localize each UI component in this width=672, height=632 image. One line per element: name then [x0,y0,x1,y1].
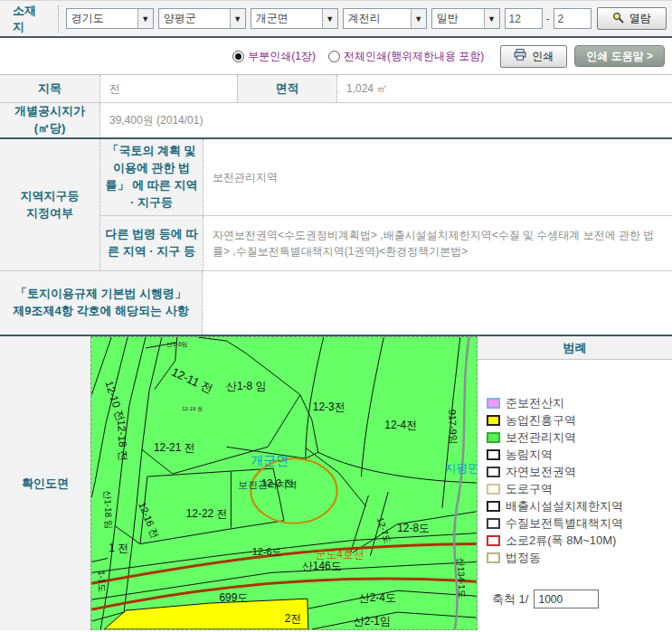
legend-swatch [487,518,500,529]
zone-header-line1: 지역지구등 [21,188,80,205]
national-law-value: 보전관리지역 [203,139,672,215]
map-parcel-label: 12-16 전 [137,501,161,540]
jimok-value: 전 [99,75,237,102]
map-parcel-label: 12-6도 [252,546,282,557]
price-header: 개별공시지가 (㎡당) [0,103,99,137]
enforcement-value [202,271,672,335]
map-parcel-label: 917-9임 [447,410,459,445]
map-yellow-zone [104,599,308,629]
chevron-down-icon[interactable]: ▼ [484,9,499,28]
legend-swatch [487,535,500,546]
printer-icon [514,49,526,63]
legend-label: 소로2류(폭 8M~10M) [506,533,616,549]
chevron-down-icon[interactable]: ▼ [230,9,245,28]
print-help-button[interactable]: 인쇄 도움말 > [574,45,665,67]
jibun-sub-input[interactable] [554,8,592,29]
chevron-down-icon[interactable]: ▼ [411,9,426,28]
table-row-zones: 지역지구등 지정여부 「국토의 계획 및 이용에 관한 법률」 에 따른 지역 … [0,139,672,271]
radio-unchecked-icon[interactable] [328,51,340,62]
map-parcel-label: 12-4전 [384,419,417,431]
land-type-select[interactable]: 일반 ▼ [431,8,500,29]
legend-item: 보전관리지역 [487,429,672,446]
eupmyeon-select[interactable]: 개군면 ▼ [251,8,338,29]
full-print-radio[interactable]: 전체인쇄(행위제한내용 포함) [328,49,484,64]
price-value: 39,400원 (2014/01) [99,103,672,137]
sigungu-value: 양평군 [164,11,196,26]
jibun-main-input[interactable] [505,8,543,29]
legend-item: 법정동 [487,549,672,566]
area-header: 면적 [237,75,336,102]
ri-select[interactable]: 계전리 ▼ [343,8,427,29]
land-type-value: 일반 [437,11,459,26]
location-search-bar: 소재지 경기도 ▼ 양평군 ▼ 개군면 ▼ 계전리 ▼ 일반 ▼ - [0,0,672,38]
map-parcel-label: 12-8도 [397,522,430,534]
print-option-bar: 부분인쇄(1장) 전체인쇄(행위제한내용 포함) 인쇄 인쇄 도움말 > [0,38,672,74]
legend-swatch [487,415,500,426]
land-use-confirmation-page: 소재지 경기도 ▼ 양평군 ▼ 개군면 ▼ 계전리 ▼ 일반 ▼ - [0,0,672,632]
map-section-header: 확인도면 [0,336,90,630]
legend-label: 준보전산지 [506,395,564,411]
legend-swatch [487,398,500,409]
legend-label: 법정동 [506,550,541,566]
legend-item: 농업진흥구역 [487,411,672,429]
map-parcel-label: 12-2 전 [261,477,294,488]
zone-subrows: 「국토의 계획 및 이용에 관한 법률」 에 따른 지역 · 지구등 보전관리지… [99,139,672,270]
map-parcel-label: 12-10 전 [102,379,127,422]
price-header-line1: 개별공시지가 [14,103,85,120]
map-parcel-label: 1 전 [109,542,128,554]
map-parcel-label: 699도 [219,591,248,604]
other-law-value: 자연보전권역<수도권정비계획법> ,배출시설설치제한지역<수질 및 수생태계 보… [203,216,672,270]
legend-panel: 범례 준보전산지농업진흥구역보전관리지역농림지역자연보전권역도로구역배출시설설치… [478,336,672,630]
divider [58,5,59,33]
chevron-down-icon[interactable]: ▼ [322,9,337,28]
chevron-down-icon[interactable]: ▼ [137,9,153,28]
map-parcel-label: 12-19 전 [182,406,203,411]
legend-swatch [487,449,500,460]
partial-print-label: 부분인쇄(1장) [248,49,316,64]
map-parcel-label: 개군면 [251,453,289,467]
map-parcel-label: 12-18 전 [115,420,129,461]
scale-label: 축척 1/ [492,591,528,608]
legend-item: 준보전산지 [487,394,672,411]
map-parcel-label: 산2-4도 [359,591,396,604]
legend-header: 범례 [478,336,672,360]
view-button[interactable]: 열람 [597,7,667,30]
map-parcel-label: 산1-6임 [166,341,188,347]
map-section: 확인도면 [0,336,672,630]
jibun-dash: - [546,13,550,25]
print-button-label: 인쇄 [532,49,554,64]
legend-swatch [487,467,500,477]
legend-label: 도로구역 [506,481,553,497]
map-labels: 산1-6임12-10 전12-11 전12-19 전12-18 전산1-8 임1… [97,341,477,627]
map-scale-row: 축척 1/ [492,590,672,608]
cadastral-map-svg: 산1-6임12-10 전12-11 전12-19 전12-18 전산1-8 임1… [91,337,477,629]
map-parcel-label: 12-7도 [375,516,393,545]
cadastral-map[interactable]: 산1-6임12-10 전12-11 전12-19 전12-18 전산1-8 임1… [90,336,478,630]
eupmyeon-value: 개군면 [256,11,289,26]
legend-item: 자연보전권역 [487,463,672,480]
other-law-header: 다른 법령 등에 따른 지역 · 지구 등 [100,216,203,270]
legend-label: 자연보전권역 [506,464,576,480]
land-info-table: 지목 전 면적 1,024 ㎡ 개별공시지가 (㎡당) 39,400원 (201… [0,74,672,336]
map-parcel-label: 2전 [285,612,302,625]
print-mode-radios: 부분인쇄(1장) 전체인쇄(행위제한내용 포함) [232,49,484,64]
enforcement-header-line2: 제9조제4항 각호에 해당되는 사항 [13,303,188,320]
map-parcel-label: 12-11 전 [169,365,214,396]
radio-checked-icon[interactable] [232,51,244,62]
legend-item: 배출시설설치제한지역 [487,497,672,514]
location-label: 소재지 [13,3,58,35]
scale-input[interactable] [534,590,599,608]
partial-print-radio[interactable]: 부분인쇄(1장) [232,49,316,64]
sigungu-select[interactable]: 양평군 ▼ [158,8,246,29]
map-parcel-label: 산146도 [302,560,342,572]
legend-item: 농림지역 [487,446,672,463]
search-icon [612,12,624,26]
map-parcel-label: 군도4호선 [315,548,364,561]
print-button[interactable]: 인쇄 [500,45,567,68]
table-row-jimok-area: 지목 전 면적 1,024 ㎡ [0,75,672,103]
sido-select[interactable]: 경기도 ▼ [66,8,154,29]
legend-list: 준보전산지농업진흥구역보전관리지역농림지역자연보전권역도로구역배출시설설치제한지… [478,360,672,566]
legend-label: 농업진흥구역 [506,412,576,429]
sido-value: 경기도 [71,11,104,26]
map-parcel-label: 지평면 [444,461,477,475]
